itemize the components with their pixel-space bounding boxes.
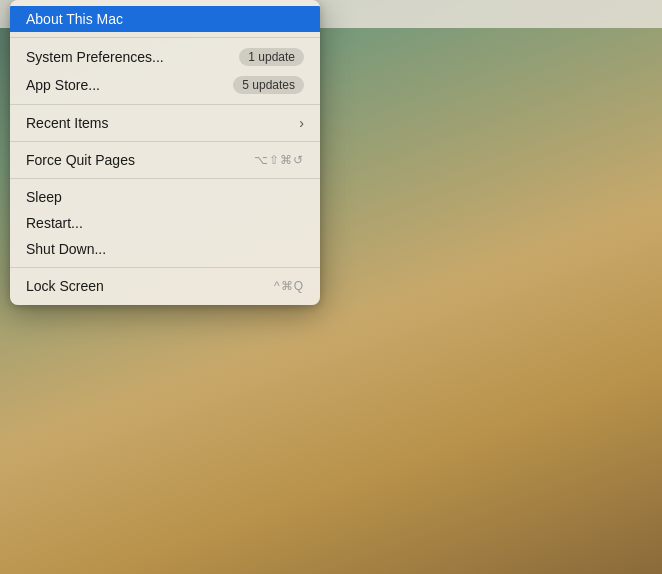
menu-item-system-prefs[interactable]: System Preferences... 1 update [10, 43, 320, 71]
separator-4 [10, 178, 320, 179]
menu-item-force-quit[interactable]: Force Quit Pages ⌥⇧⌘↺ [10, 147, 320, 173]
chevron-right-icon: › [299, 115, 304, 131]
force-quit-shortcut: ⌥⇧⌘↺ [254, 153, 304, 167]
menu-item-restart[interactable]: Restart... [10, 210, 320, 236]
app-store-badge: 5 updates [233, 76, 304, 94]
separator-2 [10, 104, 320, 105]
menu-item-sleep[interactable]: Sleep [10, 184, 320, 210]
separator-1 [10, 37, 320, 38]
menu-item-app-store[interactable]: App Store... 5 updates [10, 71, 320, 99]
separator-3 [10, 141, 320, 142]
apple-dropdown-menu: About This Mac System Preferences... 1 u… [10, 0, 320, 305]
system-prefs-badge: 1 update [239, 48, 304, 66]
separator-5 [10, 267, 320, 268]
menu-item-recent-items[interactable]: Recent Items › [10, 110, 320, 136]
menu-item-shutdown[interactable]: Shut Down... [10, 236, 320, 262]
lock-screen-shortcut: ^⌘Q [274, 279, 304, 293]
menu-item-about[interactable]: About This Mac [10, 6, 320, 32]
menu-item-lock-screen[interactable]: Lock Screen ^⌘Q [10, 273, 320, 299]
